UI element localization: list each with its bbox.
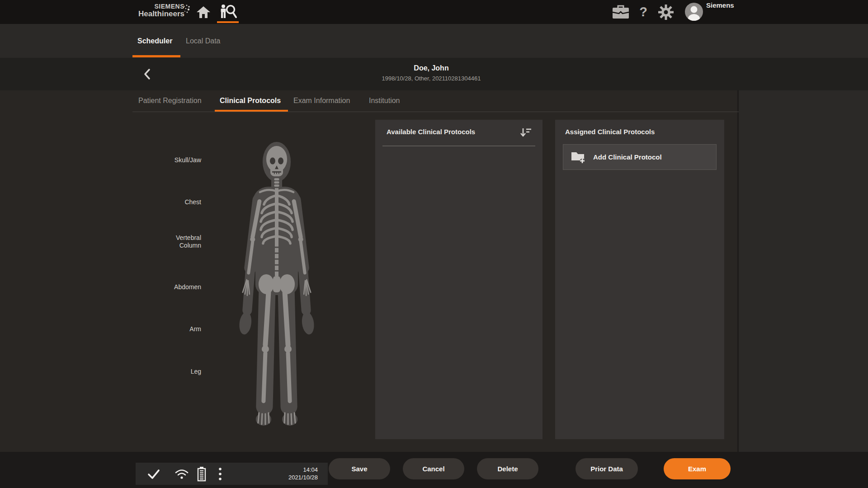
more-options-menu[interactable]	[214, 463, 226, 485]
patient-search-button[interactable]	[217, 0, 239, 24]
patient-name: Doe, John	[250, 64, 612, 72]
home-icon	[196, 6, 211, 19]
tab-scheduler[interactable]: Scheduler	[137, 24, 172, 58]
body-region-arm[interactable]: Arm	[160, 325, 201, 333]
briefcase-icon	[612, 5, 629, 19]
kebab-menu-icon	[218, 467, 222, 481]
panel-separator	[382, 145, 535, 146]
available-protocols-panel: Available Clinical Protocols	[375, 120, 542, 439]
avatar-person-icon	[685, 3, 703, 21]
check-icon	[147, 468, 160, 480]
delete-button[interactable]: Delete	[477, 458, 538, 479]
body-region-skull-jaw[interactable]: Skull/Jaw	[160, 156, 201, 164]
app-window: SIEMENS Healthineers	[0, 0, 868, 488]
brand-dots-icon	[183, 5, 192, 14]
vertical-divider	[737, 90, 739, 452]
body-region-chest[interactable]: Chest	[160, 198, 201, 206]
siemens-healthineers-logo: SIEMENS Healthineers	[134, 3, 184, 18]
logged-in-user-label: Siemens	[706, 1, 734, 9]
top-bar: SIEMENS Healthineers	[0, 0, 868, 24]
help-button[interactable]: ?	[635, 0, 651, 24]
detail-tab-separator	[132, 112, 739, 112]
patient-details: 1998/10/28, Other, 202110281304461	[250, 75, 612, 82]
folder-add-icon	[571, 150, 586, 164]
sort-button[interactable]	[518, 125, 533, 140]
prior-data-button[interactable]: Prior Data	[576, 458, 638, 479]
user-avatar[interactable]	[685, 3, 703, 21]
module-tab-bar: Scheduler Local Data	[0, 24, 868, 58]
battery-status[interactable]	[195, 463, 208, 485]
main-content: Patient Registration Clinical Protocols …	[0, 90, 868, 452]
assigned-protocols-panel: Assigned Clinical Protocols Add Clinical…	[555, 120, 724, 439]
home-button[interactable]	[194, 0, 212, 24]
settings-button[interactable]	[656, 0, 675, 24]
help-icon: ?	[639, 5, 647, 19]
tab-patient-registration[interactable]: Patient Registration	[138, 90, 202, 111]
exam-button[interactable]: Exam	[664, 458, 731, 479]
back-chevron-icon	[142, 67, 153, 81]
tab-exam-information-label: Exam Information	[293, 97, 350, 105]
status-bar: 14:04 2021/10/28	[136, 463, 328, 485]
clock: 14:04 2021/10/28	[288, 466, 318, 481]
tab-clinical-protocols[interactable]: Clinical Protocols	[220, 90, 281, 111]
patient-identity: Doe, John 1998/10/28, Other, 20211028130…	[250, 64, 612, 82]
time-label: 14:04	[288, 466, 318, 474]
sort-descending-icon	[519, 126, 532, 139]
tab-exam-information[interactable]: Exam Information	[293, 90, 350, 111]
add-clinical-protocol-label: Add Clinical Protocol	[593, 153, 662, 161]
active-tab-underline	[132, 55, 180, 57]
body-region-leg[interactable]: Leg	[160, 368, 201, 375]
tab-local-data-label: Local Data	[186, 37, 221, 45]
service-button[interactable]	[611, 0, 630, 24]
back-button[interactable]	[138, 65, 156, 83]
tab-scheduler-label: Scheduler	[137, 37, 172, 45]
settings-gear-icon	[658, 4, 674, 20]
skeleton-body-map-image	[231, 140, 322, 435]
tab-patient-registration-label: Patient Registration	[138, 97, 202, 105]
patient-header: Doe, John 1998/10/28, Other, 20211028130…	[0, 58, 868, 90]
patient-search-icon	[219, 4, 237, 21]
tab-institution-label: Institution	[369, 97, 400, 105]
assigned-protocols-title: Assigned Clinical Protocols	[565, 128, 655, 136]
tab-local-data[interactable]: Local Data	[186, 24, 221, 58]
battery-icon	[197, 466, 207, 482]
brand-line1: SIEMENS	[134, 3, 184, 10]
right-side-panel	[739, 90, 868, 452]
active-module-underline	[217, 21, 239, 23]
wireless-status[interactable]	[174, 463, 189, 485]
tab-clinical-protocols-label: Clinical Protocols	[220, 97, 281, 105]
tab-institution[interactable]: Institution	[369, 90, 400, 111]
available-protocols-title: Available Clinical Protocols	[387, 128, 475, 136]
add-clinical-protocol-button[interactable]: Add Clinical Protocol	[563, 144, 717, 170]
save-button[interactable]: Save	[329, 458, 390, 479]
bottom-action-bar: 14:04 2021/10/28 Save Cancel Delete Prio…	[0, 452, 868, 488]
body-region-abdomen[interactable]: Abdomen	[160, 283, 201, 291]
body-region-vertebral-column[interactable]: Vertebral Column	[160, 234, 201, 249]
cancel-button[interactable]: Cancel	[403, 458, 464, 479]
date-label: 2021/10/28	[288, 474, 318, 481]
body-map[interactable]	[231, 140, 322, 435]
wifi-icon	[175, 468, 189, 480]
brand-line2: Healthineers	[134, 10, 184, 18]
system-ok-indicator[interactable]	[146, 463, 162, 485]
